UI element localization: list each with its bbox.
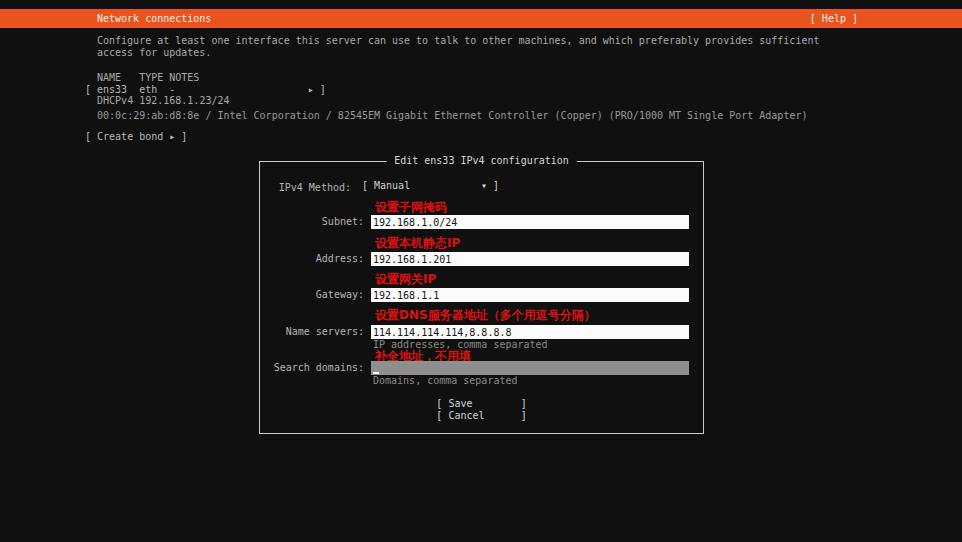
gateway-input[interactable] bbox=[371, 288, 689, 302]
device-table-header: NAME TYPE NOTES bbox=[85, 72, 199, 84]
search-domains-label: Search domains: bbox=[260, 362, 364, 374]
device-row-mac-info: 00:0c:29:ab:d8:8e / Intel Corporation / … bbox=[85, 110, 807, 122]
gateway-label: Gateway: bbox=[260, 289, 364, 301]
annotation-nameservers: 设置DNS服务器地址（多个用逗号分隔） bbox=[375, 309, 596, 322]
annotation-subnet: 设置子网掩码 bbox=[375, 201, 447, 214]
device-row-dhcp-info: DHCPv4 192.168.1.23/24 bbox=[85, 95, 230, 107]
intro-text-line2: access for updates. bbox=[97, 47, 211, 59]
search-domains-input[interactable] bbox=[371, 361, 689, 375]
subnet-input[interactable] bbox=[371, 215, 689, 229]
subnet-label: Subnet: bbox=[260, 216, 364, 228]
edit-ipv4-dialog: Edit ens33 IPv4 configuration IPv4 Metho… bbox=[259, 161, 704, 434]
address-input[interactable] bbox=[371, 252, 689, 266]
name-servers-input[interactable] bbox=[371, 325, 689, 339]
annotation-address: 设置本机静态IP bbox=[375, 237, 460, 250]
screen-title: Network connections bbox=[97, 13, 211, 24]
dialog-title: Edit ens33 IPv4 configuration bbox=[386, 155, 577, 166]
help-button[interactable]: [ Help ] bbox=[810, 13, 858, 24]
annotation-gateway: 设置网关IP bbox=[375, 273, 436, 286]
create-bond-button[interactable]: [ Create bond ▸ ] bbox=[85, 131, 187, 143]
search-domains-help: Domains, comma separated bbox=[373, 375, 518, 387]
ipv4-method-label: IPv4 Method: bbox=[260, 182, 351, 194]
save-button[interactable]: [ Save ] bbox=[436, 398, 526, 410]
name-servers-label: Name servers: bbox=[260, 326, 364, 338]
ipv4-method-value: [ Manual bbox=[362, 180, 410, 194]
title-bar: Network connections [ Help ] bbox=[0, 9, 962, 28]
ipv4-method-dropdown[interactable]: [ Manual ▾ ] bbox=[362, 180, 499, 194]
address-label: Address: bbox=[260, 253, 364, 265]
intro-text-line1: Configure at least one interface this se… bbox=[97, 35, 819, 47]
cancel-button[interactable]: [ Cancel ] bbox=[436, 410, 526, 422]
text-cursor bbox=[373, 372, 379, 374]
chevron-down-icon: ▾ ] bbox=[481, 180, 499, 194]
